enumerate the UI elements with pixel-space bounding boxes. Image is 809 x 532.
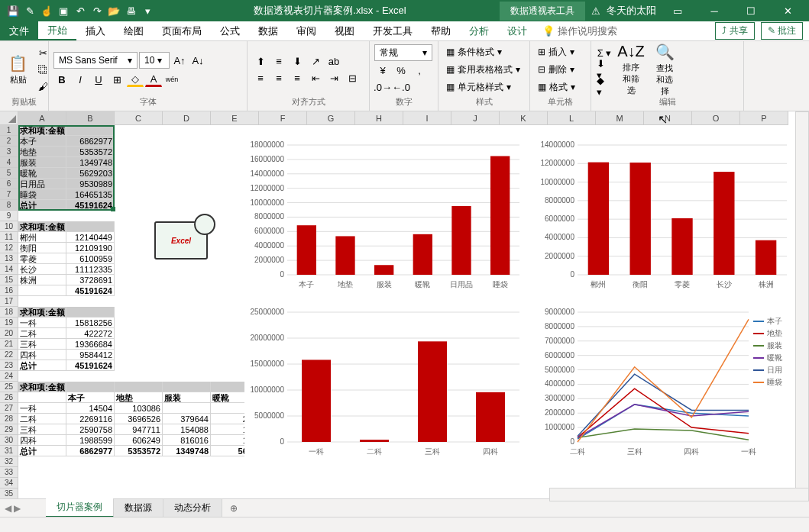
tab-draw[interactable]: 绘图 xyxy=(115,21,153,40)
cell[interactable] xyxy=(18,392,66,403)
cell[interactable]: 5353572 xyxy=(115,446,163,456)
horizontal-scrollbar[interactable] xyxy=(549,488,809,501)
row-header[interactable]: 15 xyxy=(0,275,18,285)
row-header[interactable]: 21 xyxy=(0,339,18,350)
new-icon[interactable]: ▣ xyxy=(57,4,70,18)
cell[interactable]: 地垫 xyxy=(18,147,66,157)
row-header[interactable]: 31 xyxy=(0,446,18,456)
touch-icon[interactable]: ☝ xyxy=(40,4,53,18)
currency-button[interactable]: ¥ xyxy=(374,63,391,78)
decrease-indent-button[interactable]: ⇤ xyxy=(307,70,324,85)
tell-me-search[interactable]: 💡 操作说明搜索 xyxy=(536,21,623,40)
chart-2[interactable]: 0200000040000006000000800000010000000120… xyxy=(535,137,794,293)
minimize-button[interactable]: ─ xyxy=(699,0,730,21)
cell[interactable]: 103086 xyxy=(115,403,163,414)
orientation-button[interactable]: ↗ xyxy=(307,53,324,69)
cell[interactable]: 1349748 xyxy=(66,157,115,168)
row-header[interactable]: 35 xyxy=(0,488,18,499)
row-header[interactable]: 3 xyxy=(0,147,18,157)
row-header[interactable]: 34 xyxy=(0,478,18,488)
add-sheet-button[interactable]: ⊕ xyxy=(222,501,245,516)
cell[interactable] xyxy=(163,382,211,392)
row-header[interactable]: 24 xyxy=(0,371,18,382)
chart-icon[interactable]: ▾ xyxy=(141,4,154,18)
cell[interactable]: 总计 xyxy=(18,360,66,371)
row-header[interactable]: 1 xyxy=(0,125,18,136)
cell[interactable]: 12140449 xyxy=(66,232,115,243)
wrap-text-button[interactable]: ab xyxy=(325,53,342,69)
row-header[interactable]: 13 xyxy=(0,253,18,264)
cell[interactable]: 9530989 xyxy=(66,179,115,189)
column-header[interactable]: F xyxy=(259,111,307,125)
cell[interactable]: 衡阳 xyxy=(18,243,66,253)
column-header[interactable]: E xyxy=(211,111,259,125)
cell[interactable]: 3728691 xyxy=(66,275,115,285)
tab-view[interactable]: 视图 xyxy=(325,21,364,40)
align-left-button[interactable]: ≡ xyxy=(252,70,269,85)
cell[interactable]: 5353572 xyxy=(66,147,115,157)
find-select-button[interactable]: 🔍查找和选择 xyxy=(649,44,680,95)
fill-color-button[interactable]: ◇ xyxy=(127,72,144,87)
cell[interactable]: 三科 xyxy=(18,339,66,350)
cell[interactable]: 16465135 xyxy=(66,189,115,200)
cell[interactable]: 三科 xyxy=(18,424,66,435)
cell[interactable]: 一科 xyxy=(18,403,66,414)
undo-icon[interactable]: ↶ xyxy=(73,4,87,18)
row-header[interactable]: 11 xyxy=(0,232,18,243)
column-header[interactable]: M xyxy=(596,111,644,125)
cell[interactable]: 6862977 xyxy=(66,446,115,456)
cell[interactable]: 45191624 xyxy=(66,285,115,296)
cell-style-button[interactable]: ▦单元格样式 ▾ xyxy=(443,79,523,95)
delete-cells-button[interactable]: ⊟ 删除 ▾ xyxy=(535,62,578,78)
format-cells-button[interactable]: ▦ 格式 ▾ xyxy=(535,79,578,95)
row-header[interactable]: 18 xyxy=(0,307,18,318)
row-header[interactable]: 9 xyxy=(0,211,18,221)
cell[interactable]: 四科 xyxy=(18,435,66,446)
column-headers[interactable]: ABCDEFGHIJKLMNOP xyxy=(18,111,809,125)
phonetic-button[interactable]: wén xyxy=(163,72,180,87)
cell[interactable]: 14504 xyxy=(66,403,115,414)
column-header[interactable]: D xyxy=(163,111,211,125)
bold-button[interactable]: B xyxy=(53,72,70,87)
select-all-button[interactable] xyxy=(0,111,18,125)
cell[interactable]: 求和项:金额 xyxy=(18,307,66,318)
tab-formulas[interactable]: 公式 xyxy=(211,21,249,40)
cell[interactable]: 19366684 xyxy=(66,339,115,350)
tab-page-layout[interactable]: 页面布局 xyxy=(153,21,211,40)
tab-file[interactable]: 文件 xyxy=(0,21,38,40)
row-header[interactable]: 12 xyxy=(0,243,18,253)
tab-data[interactable]: 数据 xyxy=(249,21,287,40)
border-button[interactable]: ⊞ xyxy=(108,72,125,87)
cell[interactable]: 6862977 xyxy=(66,136,115,147)
column-header[interactable]: K xyxy=(500,111,548,125)
sheet-tab-2[interactable]: 数据源 xyxy=(114,499,163,517)
row-header[interactable]: 10 xyxy=(0,221,18,232)
maximize-button[interactable]: ☐ xyxy=(736,0,766,21)
italic-button[interactable]: I xyxy=(72,72,89,87)
cell[interactable]: 四科 xyxy=(18,350,66,360)
vertical-scrollbar[interactable] xyxy=(795,111,809,493)
cell[interactable] xyxy=(163,403,211,414)
row-header[interactable]: 23 xyxy=(0,360,18,371)
tab-home[interactable]: 开始 xyxy=(38,21,76,40)
cell[interactable] xyxy=(18,285,66,296)
comment-button[interactable]: ✎ 批注 xyxy=(761,22,803,40)
cell[interactable]: 11112335 xyxy=(66,264,115,275)
cell[interactable]: 12109190 xyxy=(66,243,115,253)
align-middle-button[interactable]: ≡ xyxy=(270,53,287,69)
column-header[interactable]: J xyxy=(451,111,500,125)
align-top-button[interactable]: ⬆ xyxy=(252,53,269,69)
cell[interactable]: 地垫 xyxy=(115,392,163,403)
tab-analyze[interactable]: 分析 xyxy=(460,21,498,40)
cell[interactable]: 816016 xyxy=(163,435,211,446)
font-size-select[interactable]: 10 ▾ xyxy=(139,52,170,69)
row-header[interactable]: 30 xyxy=(0,435,18,446)
cell[interactable] xyxy=(66,382,115,392)
print-icon[interactable]: 🖶 xyxy=(124,4,138,18)
row-header[interactable]: 28 xyxy=(0,414,18,424)
brush-icon[interactable]: ✎ xyxy=(23,4,37,18)
cell[interactable]: 求和项:金额 xyxy=(18,382,66,392)
cell[interactable]: 服装 xyxy=(18,157,66,168)
align-center-button[interactable]: ≡ xyxy=(270,70,287,85)
row-header[interactable]: 2 xyxy=(0,136,18,147)
